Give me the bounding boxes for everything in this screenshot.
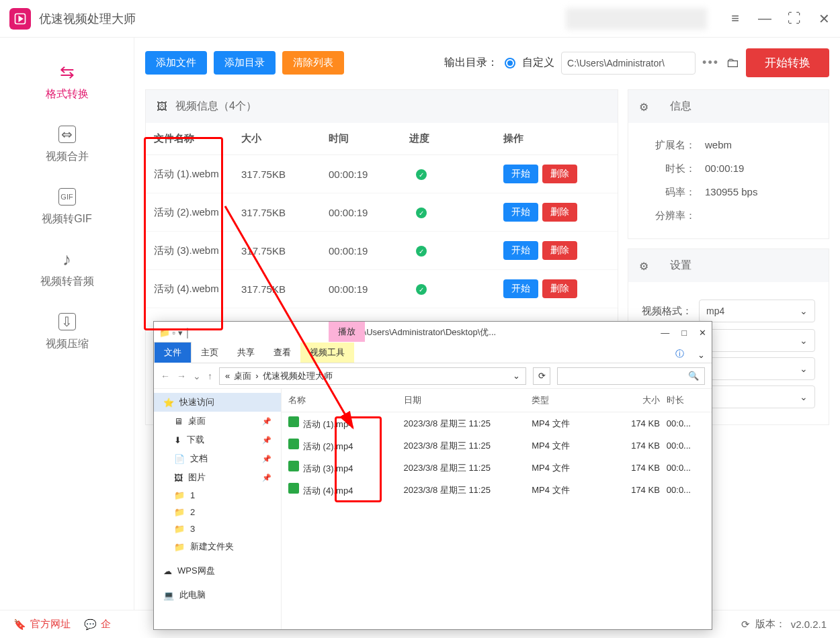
col-progress: 进度 xyxy=(409,132,503,145)
sidebar-item-audio[interactable]: ♪ 视频转音频 xyxy=(0,238,134,301)
user-area-blurred xyxy=(566,8,707,30)
side-folder-3[interactable]: 📁 3 xyxy=(154,520,281,537)
check-icon: ✓ xyxy=(416,246,427,257)
info-label: 时长： xyxy=(642,163,696,175)
info-panel: ⚙ 信息 扩展名：webm时长：00:00:19码率：130955 bps分辨率… xyxy=(628,89,829,239)
video-merge-icon: ⇔ xyxy=(58,126,76,143)
table-row: 活动 (2).webm 317.75KB 00:00:19 ✓ 开始删除 xyxy=(146,193,618,232)
explorer-search-input[interactable]: 🔍 xyxy=(557,367,705,385)
file-row[interactable]: 活动 (3).mp4 2023/3/8 星期三 11:25MP4 文件174 K… xyxy=(282,457,712,479)
explorer-close-icon[interactable]: ✕ xyxy=(699,328,706,338)
info-value: 00:00:19 xyxy=(705,163,744,175)
video-audio-icon: ♪ xyxy=(58,250,76,268)
side-downloads[interactable]: ⬇ 下载📌 xyxy=(154,430,281,449)
side-wps[interactable]: ☁ WPS网盘 xyxy=(154,561,281,580)
close-icon[interactable]: ✕ xyxy=(817,11,831,27)
sidebar-item-compress[interactable]: ⇩ 视频压缩 xyxy=(0,301,134,363)
sidebar-item-merge[interactable]: ⇔ 视频合并 xyxy=(0,113,134,176)
refresh-button[interactable]: ⟳ xyxy=(533,367,550,385)
info-value: webm xyxy=(705,139,732,152)
add-file-button[interactable]: 添加文件 xyxy=(145,51,207,75)
info-header: 信息 xyxy=(670,99,691,113)
nav-up-icon[interactable]: ↑ xyxy=(208,371,212,381)
row-delete-button[interactable]: 删除 xyxy=(542,241,577,260)
nav-forward-icon[interactable]: → xyxy=(177,371,186,381)
support-icon[interactable]: 💬 企 xyxy=(84,618,111,631)
list-header-text: 视频信息（4个） xyxy=(175,99,257,113)
row-start-button[interactable]: 开始 xyxy=(503,203,538,222)
row-start-button[interactable]: 开始 xyxy=(503,165,538,183)
official-site-icon[interactable]: 🔖 官方网址 xyxy=(13,618,71,631)
explorer-tab-file[interactable]: 文件 xyxy=(154,342,192,363)
explorer-columns: 名称 日期 类型 大小 时长 xyxy=(282,389,712,412)
cell-filename: 活动 (4).webm xyxy=(154,283,241,295)
start-convert-button[interactable]: 开始转换 xyxy=(746,48,829,77)
output-path-input[interactable] xyxy=(561,52,696,75)
video-compress-icon: ⇩ xyxy=(58,313,76,330)
row-start-button[interactable]: 开始 xyxy=(503,279,538,298)
side-documents[interactable]: 📄 文档📌 xyxy=(154,449,281,468)
side-folder-2[interactable]: 📁 2 xyxy=(154,504,281,520)
row-delete-button[interactable]: 删除 xyxy=(542,165,577,183)
sidebar: ⇆ 格式转换 ⇔ 视频合并 GIF 视频转GIF ♪ 视频转音频 ⇩ 视频压缩 xyxy=(0,38,134,610)
maximize-icon[interactable]: ⛶ xyxy=(788,11,801,26)
browse-dots-button[interactable]: ••• xyxy=(702,56,719,70)
side-quickaccess[interactable]: ⭐ 快速访问 xyxy=(154,393,281,412)
side-newfolder[interactable]: 📁 新建文件夹 xyxy=(154,537,281,556)
side-pictures[interactable]: 🖼 图片📌 xyxy=(154,468,281,487)
refresh-icon[interactable]: ⟳ xyxy=(741,619,750,631)
breadcrumb[interactable]: « 桌面 › 优速视频处理大师 ⌄ xyxy=(219,367,526,385)
table-row: 活动 (3).webm 317.75KB 00:00:19 ✓ 开始删除 xyxy=(146,232,618,270)
menu-icon[interactable]: ≡ xyxy=(728,11,742,26)
chevron-down-icon[interactable]: ⌄ xyxy=(513,371,520,381)
output-radio-custom[interactable] xyxy=(505,58,515,69)
row-start-button[interactable]: 开始 xyxy=(503,241,538,260)
video-format-select[interactable]: mp4⌄ xyxy=(699,300,815,322)
settings-header: 设置 xyxy=(670,259,691,273)
file-row[interactable]: 活动 (1).mp4 2023/3/8 星期三 11:25MP4 文件174 K… xyxy=(282,412,712,435)
nav-dropdown-icon[interactable]: ⌄ xyxy=(193,371,201,381)
side-folder-1[interactable]: 📁 1 xyxy=(154,487,281,504)
col-time: 时间 xyxy=(329,132,409,145)
explorer-tab-home[interactable]: 主页 xyxy=(192,343,228,363)
cell-filename: 活动 (1).webm xyxy=(154,168,241,181)
file-row[interactable]: 活动 (2).mp4 2023/3/8 星期三 11:25MP4 文件174 K… xyxy=(282,435,712,457)
video-gif-icon: GIF xyxy=(58,188,76,206)
toolbar: 添加文件 添加目录 清除列表 输出目录： 自定义 ••• 🗀 开始转换 xyxy=(145,48,829,77)
svg-marker-1 xyxy=(19,16,22,21)
version-value: v2.0.2.1 xyxy=(791,619,827,630)
explorer-help-icon[interactable]: ⓘ xyxy=(669,345,691,363)
side-desktop[interactable]: 🖥 桌面📌 xyxy=(154,412,281,430)
explorer-tab-view[interactable]: 查看 xyxy=(264,343,300,363)
row-delete-button[interactable]: 删除 xyxy=(542,279,577,298)
side-thispc[interactable]: 💻 此电脑 xyxy=(154,586,281,604)
chevron-down-icon: ⌄ xyxy=(800,335,808,346)
info-row: 分辨率： xyxy=(642,204,815,228)
explorer-tab-video[interactable]: 视频工具 xyxy=(300,343,354,363)
explorer-play-tab[interactable]: 播放 xyxy=(329,322,365,342)
app-logo-icon xyxy=(9,8,31,30)
sidebar-item-gif[interactable]: GIF 视频转GIF xyxy=(0,176,134,238)
col-filename: 文件名称 xyxy=(154,132,241,145)
sidebar-item-format[interactable]: ⇆ 格式转换 xyxy=(0,51,134,113)
minimize-icon[interactable]: — xyxy=(758,11,771,26)
image-icon: 🖼 xyxy=(157,101,167,113)
check-icon: ✓ xyxy=(416,284,427,295)
cell-size: 317.75KB xyxy=(241,245,329,257)
cell-filename: 活动 (2).webm xyxy=(154,206,241,219)
explorer-tab-share[interactable]: 共享 xyxy=(228,343,264,363)
add-dir-button[interactable]: 添加目录 xyxy=(214,51,276,75)
open-folder-icon[interactable]: 🗀 xyxy=(726,55,739,71)
file-row[interactable]: 活动 (4).mp4 2023/3/8 星期三 11:25MP4 文件174 K… xyxy=(282,479,712,501)
cell-progress: ✓ xyxy=(409,244,503,257)
explorer-maximize-icon[interactable]: □ xyxy=(681,328,687,338)
nav-back-icon[interactable]: ← xyxy=(161,371,170,381)
gear-icon: ⚙ xyxy=(639,260,651,272)
explorer-quick-icons: 📁 ▫ ▾ │ xyxy=(159,328,191,338)
explorer-minimize-icon[interactable]: — xyxy=(661,328,669,338)
clear-list-button[interactable]: 清除列表 xyxy=(282,51,344,75)
explorer-expand-icon[interactable]: ⌄ xyxy=(691,347,712,363)
mp4-file-icon xyxy=(288,416,299,427)
sidebar-label: 视频压缩 xyxy=(46,337,89,351)
row-delete-button[interactable]: 删除 xyxy=(542,203,577,222)
